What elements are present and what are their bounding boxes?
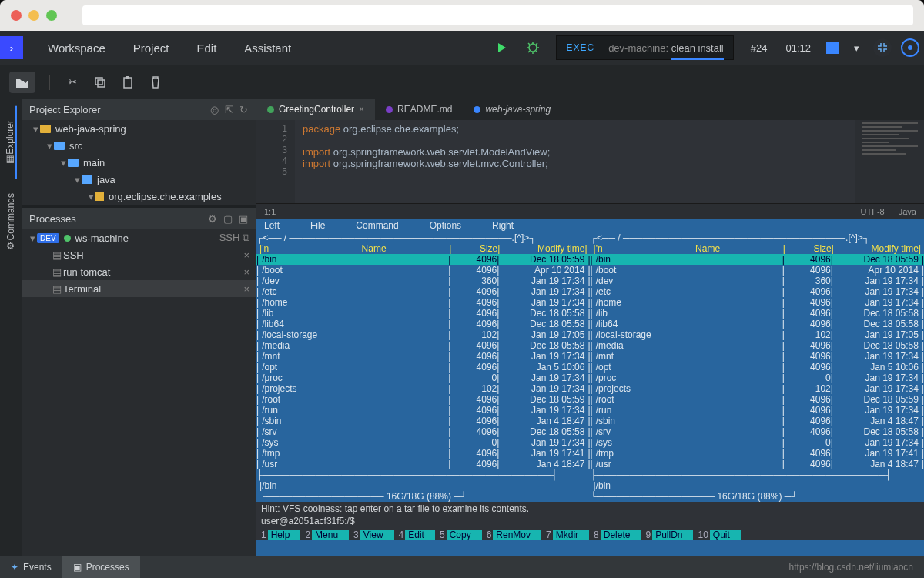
fkey[interactable]: 9PullDn — [641, 530, 693, 540]
close-icon[interactable]: × — [243, 249, 249, 261]
gear-icon[interactable]: ⚙ — [208, 213, 217, 225]
file-row[interactable]: |/lib64|4096|Dec 18 05:58| — [256, 319, 591, 329]
file-row[interactable]: |/projects|102|Jan 19 17:34| — [256, 383, 591, 394]
locate-icon[interactable]: ◎ — [210, 104, 219, 115]
editor-tab[interactable]: web-java-spring — [463, 99, 561, 120]
close-icon[interactable]: × — [359, 104, 364, 115]
maximize-icon[interactable]: ▢ — [223, 213, 233, 225]
file-row[interactable]: |/srv|4096|Dec 18 05:58| — [591, 426, 925, 437]
command-box[interactable]: EXEC dev-machine: clean install — [556, 35, 733, 60]
file-row[interactable]: |/bin|4096|Dec 18 05:59| — [256, 254, 591, 265]
file-row[interactable]: |/bin|4096|Dec 18 05:59| — [591, 254, 925, 265]
file-row[interactable]: |/mnt|4096|Jan 19 17:34| — [591, 351, 925, 362]
paste-icon[interactable] — [119, 74, 136, 91]
file-row[interactable]: |/local-storage|102|Jan 19 17:05| — [591, 329, 925, 340]
file-row[interactable]: |/dev|360|Jan 19 17:34| — [591, 276, 925, 286]
fkey[interactable]: 1Help — [256, 530, 300, 540]
process-machine-row[interactable]: ▾ DEV ws-machine SSH ⧉ — [22, 229, 256, 246]
main-menu-toggle[interactable]: › — [0, 36, 23, 59]
fkey[interactable]: 3View — [349, 530, 393, 540]
file-row[interactable]: |/opt|4096|Jan 5 10:06| — [256, 362, 591, 373]
refresh-icon[interactable]: ↻ — [239, 104, 248, 115]
minimap[interactable] — [855, 120, 924, 203]
file-row[interactable]: |/media|4096|Dec 18 05:58| — [256, 340, 591, 351]
file-row[interactable]: |/etc|4096|Jan 19 17:34| — [591, 286, 925, 297]
cut-icon[interactable]: ✂ — [64, 74, 81, 91]
delete-icon[interactable] — [147, 74, 164, 91]
caret-icon[interactable]: ▾ — [31, 123, 40, 135]
caret-icon[interactable]: ▾ — [72, 174, 82, 185]
target-icon[interactable] — [901, 38, 919, 57]
close-panel-icon[interactable]: ▣ — [239, 213, 248, 225]
language[interactable]: Java — [899, 207, 916, 216]
file-row[interactable]: |/local-storage|102|Jan 19 17:05| — [256, 329, 591, 340]
menu-edit[interactable]: Edit — [182, 42, 230, 55]
file-row[interactable]: |/home|4096|Jan 19 17:34| — [591, 297, 925, 308]
file-row[interactable]: |/opt|4096|Jan 5 10:06| — [591, 362, 925, 373]
file-row[interactable]: |/boot|4096|Apr 10 2014| — [256, 265, 591, 276]
editor-tab[interactable]: README.md — [375, 99, 463, 120]
new-file-button[interactable] — [9, 72, 35, 93]
file-row[interactable]: |/projects|102|Jan 19 17:34| — [591, 383, 925, 394]
fkey[interactable]: 6RenMov — [482, 530, 541, 540]
tree-item[interactable]: ▾main — [22, 154, 256, 171]
editor-tab[interactable]: GreetingController× — [256, 99, 375, 120]
process-item[interactable]: ▤SSH× — [22, 246, 256, 263]
file-row[interactable]: |/tmp|4096|Jan 19 17:41| — [256, 448, 591, 459]
terminal-prompt[interactable]: user@a2051acf31f5:/$ — [256, 516, 924, 530]
mc-menu-item[interactable]: Left — [264, 220, 280, 231]
debug-button[interactable] — [517, 31, 548, 65]
max-traffic-light[interactable] — [46, 10, 57, 21]
file-row[interactable]: |/etc|4096|Jan 19 17:34| — [256, 286, 591, 297]
mc-menu-item[interactable]: File — [310, 220, 325, 231]
file-row[interactable]: |/run|4096|Jan 19 17:34| — [256, 405, 591, 416]
file-row[interactable]: |/home|4096|Jan 19 17:34| — [256, 297, 591, 308]
file-row[interactable]: |/sys|0|Jan 19 17:34| — [256, 437, 591, 448]
tree-item[interactable]: ▾src — [22, 137, 256, 154]
url-bar[interactable] — [82, 5, 913, 25]
menu-workspace[interactable]: Workspace — [34, 42, 119, 55]
close-traffic-light[interactable] — [11, 10, 22, 21]
fkey[interactable]: 8Delete — [589, 530, 641, 540]
mc-menu-item[interactable]: Right — [492, 220, 514, 231]
file-row[interactable]: |/run|4096|Jan 19 17:34| — [591, 405, 925, 416]
terminal-panel[interactable]: LeftFileCommandOptionsRight ┌<── / ─────… — [256, 219, 924, 556]
file-row[interactable]: |/usr|4096|Jan 4 18:47| — [591, 459, 925, 469]
min-traffic-light[interactable] — [28, 10, 39, 21]
rail-explorer[interactable]: ▦Explorer — [5, 106, 17, 179]
file-row[interactable]: |/tmp|4096|Jan 19 17:41| — [591, 448, 925, 459]
menu-project[interactable]: Project — [119, 42, 183, 55]
ssh-label[interactable]: SSH ⧉ — [219, 232, 249, 244]
collapse-icon[interactable]: ⇱ — [225, 104, 233, 115]
caret-icon[interactable]: ▾ — [59, 157, 68, 169]
file-row[interactable]: |/root|4096|Dec 18 05:59| — [256, 394, 591, 405]
file-row[interactable]: |/media|4096|Dec 18 05:58| — [591, 340, 925, 351]
process-item[interactable]: ▤Terminal× — [22, 280, 256, 297]
close-icon[interactable]: × — [243, 283, 249, 295]
dropdown-arrow-icon[interactable]: ▾ — [845, 42, 869, 54]
file-row[interactable]: |/sbin|4096|Jan 4 18:47| — [591, 416, 925, 426]
file-row[interactable]: |/mnt|4096|Jan 19 17:34| — [256, 351, 591, 362]
mc-menu-item[interactable]: Options — [430, 220, 461, 231]
tree-item[interactable]: ▾web-java-spring — [22, 120, 256, 137]
file-row[interactable]: |/lib|4096|Dec 18 05:58| — [591, 308, 925, 319]
file-row[interactable]: |/usr|4096|Jan 4 18:47| — [256, 459, 591, 469]
file-row[interactable]: |/sbin|4096|Jan 4 18:47| — [256, 416, 591, 426]
mc-menu-item[interactable]: Command — [356, 220, 398, 231]
caret-icon[interactable]: ▾ — [45, 140, 54, 152]
close-icon[interactable]: × — [243, 266, 249, 278]
fkey[interactable]: 10Quit — [693, 530, 740, 540]
status-indicator[interactable] — [826, 42, 839, 54]
encoding[interactable]: UTF-8 — [861, 207, 885, 216]
process-item[interactable]: ▤run tomcat× — [22, 263, 256, 280]
fkey[interactable]: 4Edit — [394, 530, 435, 540]
copy-icon[interactable] — [92, 74, 109, 91]
caret-icon[interactable]: ▾ — [86, 191, 95, 202]
run-button[interactable] — [487, 31, 517, 65]
bottom-processes[interactable]: ▣ Processes — [62, 556, 140, 578]
menu-assistant[interactable]: Assistant — [230, 42, 305, 55]
file-row[interactable]: |/dev|360|Jan 19 17:34| — [256, 276, 591, 286]
rail-commands[interactable]: ⚙Commands — [5, 179, 16, 265]
fkey[interactable]: 7Mkdir — [541, 530, 589, 540]
file-row[interactable]: |/proc|0|Jan 19 17:34| — [256, 373, 591, 383]
